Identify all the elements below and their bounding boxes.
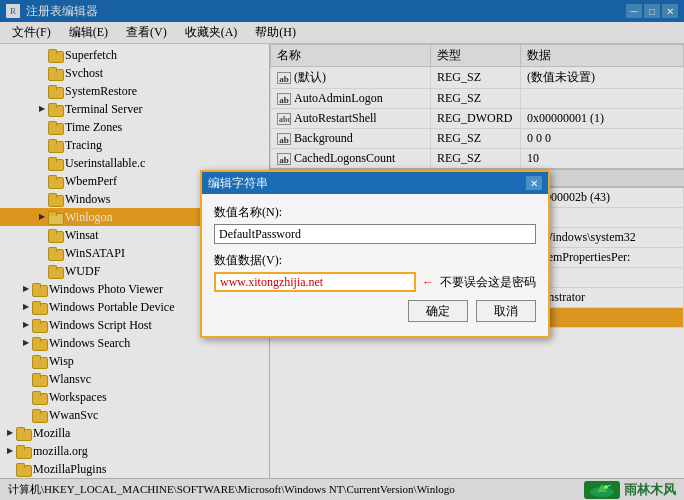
dialog-hint-text: 不要误会这是密码 <box>440 274 536 291</box>
dialog-title-bar: 编辑字符串 ✕ <box>202 172 548 194</box>
edit-string-dialog: 编辑字符串 ✕ 数值名称(N): 数值数据(V): ← 不要误会这是密码 确定 … <box>200 170 550 338</box>
dialog-value-row: ← 不要误会这是密码 <box>214 272 536 292</box>
dialog-buttons: 确定 取消 <box>214 300 536 326</box>
dialog-body: 数值名称(N): 数值数据(V): ← 不要误会这是密码 确定 取消 <box>202 194 548 336</box>
dialog-close-button[interactable]: ✕ <box>526 176 542 190</box>
dialog-cancel-button[interactable]: 取消 <box>476 300 536 322</box>
dialog-name-label: 数值名称(N): <box>214 204 536 221</box>
dialog-title-text: 编辑字符串 <box>208 175 268 192</box>
dialog-data-label: 数值数据(V): <box>214 252 536 269</box>
dialog-ok-button[interactable]: 确定 <box>408 300 468 322</box>
dialog-hint-arrow: ← <box>422 275 434 290</box>
dialog-name-input[interactable] <box>214 224 536 244</box>
dialog-value-input[interactable] <box>214 272 416 292</box>
dialog-overlay: 编辑字符串 ✕ 数值名称(N): 数值数据(V): ← 不要误会这是密码 确定 … <box>0 0 684 500</box>
